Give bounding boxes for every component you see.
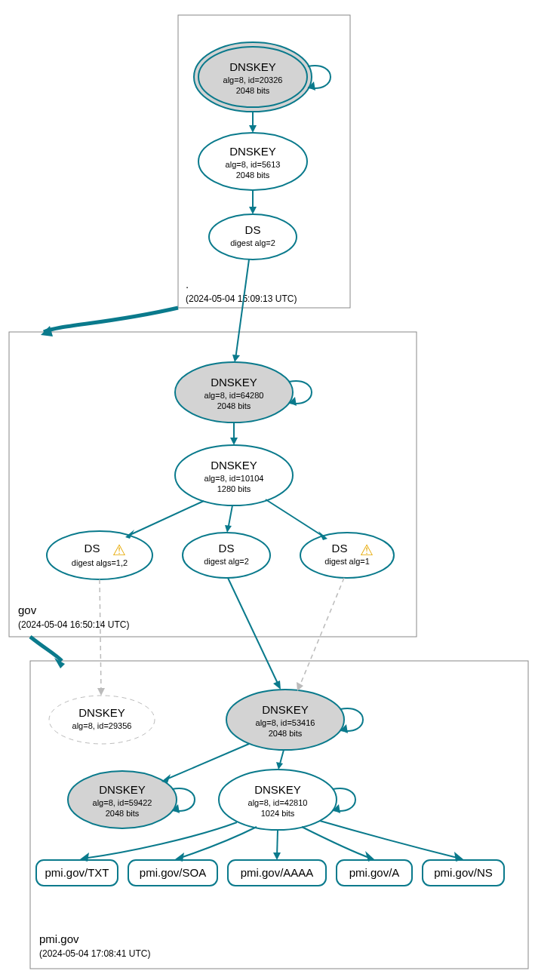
svg-marker-51 [273,680,281,690]
svg-marker-64 [276,762,283,770]
svg-text:DNSKEY: DNSKEY [254,783,301,796]
pmi-zsk-node: DNSKEY alg=8, id=42810 1024 bits [219,770,337,830]
svg-point-37 [300,533,394,578]
pmi-key2-node: DNSKEY alg=8, id=59422 2048 bits [68,771,177,828]
zone-pmi-timestamp: (2024-05-04 17:08:41 UTC) [39,948,150,959]
root-zsk-node: DNSKEY alg=8, id=5613 2048 bits [198,133,307,190]
svg-text:DNSKEY: DNSKEY [229,145,276,158]
svg-text:alg=8, id=29356: alg=8, id=29356 [72,721,132,730]
svg-text:alg=8, id=59422: alg=8, id=59422 [93,798,152,807]
svg-text:1280 bits: 1280 bits [217,484,251,493]
svg-marker-22 [232,355,240,362]
rrset-soa: pmi.gov/SOA [128,860,217,886]
zone-gov-label: gov [18,604,37,616]
svg-text:digest alg=2: digest alg=2 [230,238,275,247]
svg-point-29 [47,531,152,579]
svg-text:DS: DS [245,223,261,236]
rrset-ns: pmi.gov/NS [423,860,504,886]
svg-marker-78 [273,853,281,860]
gov-ds2-node: DS digest alg=2 [183,533,270,578]
svg-point-12 [209,214,297,260]
root-ds-node: DS digest alg=2 [209,214,297,260]
svg-text:DNSKEY: DNSKEY [211,376,257,389]
svg-marker-46 [97,688,105,696]
svg-text:alg=8, id=64280: alg=8, id=64280 [204,391,264,400]
svg-point-33 [183,533,270,578]
svg-text:alg=8, id=53416: alg=8, id=53416 [256,718,315,727]
gov-ds1-node: DS ⚠ digest algs=1,2 [47,531,152,579]
svg-text:2048 bits: 2048 bits [217,401,251,410]
zone-root-label: . [186,278,189,290]
pmi-ksk-node: DNSKEY alg=8, id=53416 2048 bits [226,690,344,750]
gov-ksk-node: DNSKEY alg=8, id=64280 2048 bits [175,362,293,422]
rrset-a: pmi.gov/A [337,860,412,886]
warning-icon: ⚠ [112,542,126,558]
svg-text:DNSKEY: DNSKEY [78,706,125,719]
zone-pmi-label: pmi.gov [39,932,79,945]
svg-marker-17 [41,326,53,336]
svg-text:alg=8, id=10104: alg=8, id=10104 [204,474,264,483]
zone-root-timestamp: (2024-05-04 15:09:13 UTC) [186,293,297,304]
svg-text:1024 bits: 1024 bits [261,809,295,818]
svg-text:digest alg=2: digest alg=2 [204,557,249,566]
rrset-txt: pmi.gov/TXT [36,860,118,886]
svg-text:2048 bits: 2048 bits [236,171,270,180]
svg-text:DS: DS [219,542,235,555]
svg-text:alg=8, id=42810: alg=8, id=42810 [248,798,308,807]
svg-text:alg=8, id=5613: alg=8, id=5613 [226,160,281,169]
svg-text:DNSKEY: DNSKEY [262,703,309,716]
svg-point-43 [49,696,155,744]
gov-zsk-node: DNSKEY alg=8, id=10104 1280 bits [175,445,293,505]
zone-gov-timestamp: (2024-05-04 16:50:14 UTC) [18,619,129,630]
svg-text:DNSKEY: DNSKEY [211,459,257,472]
warning-icon: ⚠ [360,542,374,558]
svg-marker-36 [225,525,232,533]
svg-text:DNSKEY: DNSKEY [99,783,146,796]
gov-ds3-node: DS ⚠ digest alg=1 [300,533,394,578]
svg-text:2048 bits: 2048 bits [269,729,303,738]
svg-text:DS: DS [332,542,348,555]
svg-marker-15 [249,207,257,214]
svg-text:alg=8, id=20326: alg=8, id=20326 [223,75,283,84]
svg-text:pmi.gov/TXT: pmi.gov/TXT [45,866,109,879]
svg-text:DNSKEY: DNSKEY [229,60,276,73]
svg-text:digest algs=1,2: digest algs=1,2 [72,558,128,567]
svg-text:pmi.gov/AAAA: pmi.gov/AAAA [241,866,314,879]
root-ksk-node: DNSKEY alg=8, id=20326 2048 bits [194,42,312,112]
svg-text:pmi.gov/NS: pmi.gov/NS [434,866,493,879]
pmi-missing-dnskey: DNSKEY alg=8, id=29356 [49,696,155,744]
svg-text:DS: DS [85,542,100,555]
svg-text:pmi.gov/A: pmi.gov/A [349,866,400,879]
svg-text:2048 bits: 2048 bits [236,86,270,95]
rrset-aaaa: pmi.gov/AAAA [228,860,326,886]
svg-text:2048 bits: 2048 bits [106,809,140,818]
svg-marker-28 [230,438,238,445]
svg-marker-11 [249,125,257,133]
svg-text:pmi.gov/SOA: pmi.gov/SOA [140,866,206,879]
svg-text:digest alg=1: digest alg=1 [324,557,370,566]
